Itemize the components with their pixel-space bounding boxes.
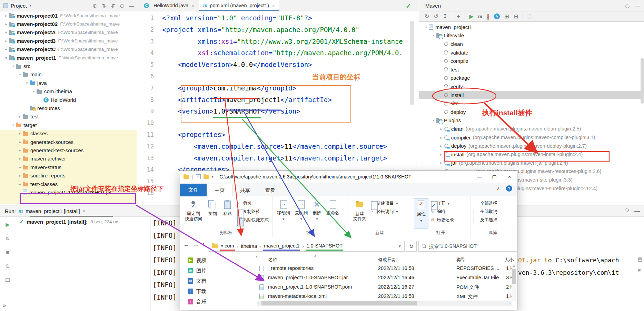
sort-ascending-icon[interactable]: ∧ <box>314 255 316 258</box>
scrollbar-thumb[interactable] <box>512 269 516 284</box>
chevron-down-icon[interactable]: ▾ <box>17 72 23 76</box>
column-header[interactable]: 名称 <box>268 257 277 263</box>
tree-item[interactable]: ▸surefire-reports <box>0 171 137 179</box>
vertical-scrollbar[interactable]: ∧ <box>512 264 516 301</box>
chevron-right-icon[interactable]: ▸ <box>17 157 23 161</box>
ribbon-button[interactable]: 新建项目▼ <box>370 201 399 206</box>
hide-icon[interactable]: — <box>635 3 641 9</box>
tree-item[interactable]: ▸classes <box>0 129 137 137</box>
goal-clean[interactable]: clean <box>419 40 644 48</box>
add-icon[interactable]: + <box>457 13 460 20</box>
chevron-right-icon[interactable]: ▸ <box>17 165 23 169</box>
goal-compile[interactable]: compile <box>419 57 644 65</box>
tree-item[interactable]: CHelloWorld <box>0 96 137 104</box>
tree-item[interactable]: ▾java <box>0 79 137 87</box>
ribbon-button[interactable]: 全部取消 <box>473 209 497 215</box>
locate-icon[interactable]: ⊙ <box>0 263 15 269</box>
plugin-compiler[interactable]: ▸mcompiler(org.apache.maven.plugins:mave… <box>419 133 644 142</box>
menu-tab-查看[interactable]: 查看 <box>258 184 283 196</box>
qat-dropdown-icon[interactable]: ▾ <box>212 175 214 178</box>
goal-install[interactable]: install <box>419 91 644 99</box>
ribbon-button[interactable]: →复制到▼ <box>293 198 310 229</box>
file-row[interactable]: maven_project1-1.0-SNAPSHOT.jar2022/12/1… <box>257 273 516 283</box>
minimize-button[interactable]: — <box>472 171 487 183</box>
chevron-right-icon[interactable]: ▸ <box>438 144 444 148</box>
overflow-chevron-icon[interactable]: » <box>3 302 6 309</box>
goal-test[interactable]: test <box>419 65 644 74</box>
refresh-button[interactable]: ↻ <box>406 241 417 252</box>
generate-sources-icon[interactable]: ↺ <box>434 13 438 20</box>
checkbox-icon[interactable]: ✓ <box>196 174 201 179</box>
collapse-ribbon-icon[interactable]: ∧ <box>497 186 500 191</box>
stop-icon[interactable]: ■ <box>0 249 15 255</box>
help-icon[interactable]: ? <box>506 185 512 192</box>
chevron-down-icon[interactable]: ▾ <box>423 25 429 29</box>
up-icon[interactable]: ↑ <box>202 241 205 248</box>
maven-tree-item[interactable]: ▾Lifecycle <box>419 31 644 40</box>
ribbon-button[interactable]: ◔轻松访问▼ <box>370 209 399 215</box>
column-header[interactable]: 修改日期 <box>378 257 397 263</box>
menu-tab-文件[interactable]: 文件 <box>180 184 207 196</box>
run-console[interactable]: [INFO][INFO][INFO][INFO][INFO][INFO][INF… <box>153 217 177 304</box>
tree-item[interactable]: ▾maven_project1F:\WorkSpace\itheima_mave <box>0 54 137 62</box>
download-sources-icon[interactable]: ↧ <box>443 13 447 20</box>
refresh-icon[interactable]: ↻ <box>0 235 15 242</box>
chevron-down-icon[interactable]: ▾ <box>431 33 436 37</box>
hide-icon[interactable]: — <box>634 208 640 214</box>
tree-item[interactable]: ▸maven-projectAF:\WorkSpace\itheima_mave <box>0 28 137 37</box>
file-row[interactable]: maven_project1-1.0-SNAPSHOT.pom2022/12/1… <box>257 283 516 292</box>
plugin-install[interactable]: ▸minstall(org.apache.maven.plugins:maven… <box>419 150 644 159</box>
settings-wrench-icon[interactable] <box>527 14 532 19</box>
chevron-down-icon[interactable]: ▼ <box>398 244 402 248</box>
horizontal-scrollbar[interactable]: ‹ › <box>257 301 512 306</box>
back-icon[interactable]: ← <box>184 241 189 248</box>
ribbon-button[interactable]: ➚打开▼ <box>430 201 454 206</box>
chevron-down-icon[interactable]: ▾ <box>31 89 37 93</box>
tree-item[interactable]: resources <box>0 104 137 112</box>
ribbon-button[interactable]: ✎编辑 <box>430 209 454 215</box>
sidebar-item[interactable]: ▶视频 <box>180 255 254 265</box>
tree-item[interactable]: ▸generated-test-sources <box>0 146 137 154</box>
tree-item[interactable]: ▸maven-status <box>0 163 137 171</box>
forward-icon[interactable]: → <box>193 241 199 248</box>
tree-item[interactable]: ▸test <box>0 113 137 121</box>
hide-icon[interactable]: — <box>129 3 134 9</box>
chevron-right-icon[interactable]: ▸ <box>3 39 9 43</box>
goal-package[interactable]: package <box>419 74 644 82</box>
editor-scrollbar[interactable] <box>410 21 414 105</box>
editor-tab[interactable]: mpom.xml (maven_project1)× <box>199 0 279 11</box>
chevron-right-icon[interactable]: ▸ <box>17 148 23 152</box>
sidebar-item[interactable] <box>180 307 254 309</box>
search-input[interactable]: 搜索"1.0-SNAPSHOT" <box>418 241 517 252</box>
scrollbar-thumb[interactable] <box>261 301 417 305</box>
ribbon-button[interactable]: →移动到▼ <box>275 198 292 229</box>
sidebar-item[interactable]: ♪音乐 <box>180 297 254 307</box>
column-header[interactable]: 大小 <box>489 257 514 263</box>
column-header[interactable]: 类型 <box>456 257 466 263</box>
chevron-right-icon[interactable]: ▸ <box>438 161 444 165</box>
chevron-right-icon[interactable]: ▸ <box>17 174 23 177</box>
chevron-right-icon[interactable]: ▸ <box>3 14 9 18</box>
ribbon-button[interactable]: 重命名 <box>325 198 341 229</box>
breadcrumb-item[interactable]: 1.0-SNAPSHOT <box>306 242 343 251</box>
tree-item[interactable]: ▸maven-project02F:\WorkSpace\itheima_mav… <box>0 20 137 28</box>
maximize-button[interactable]: ▢ <box>487 171 502 183</box>
run-icon[interactable]: ▶ <box>469 13 474 20</box>
layout-icon[interactable]: ▤ <box>0 277 15 283</box>
collapse-all-icon[interactable]: ⇵ <box>111 3 115 9</box>
chevron-right-icon[interactable]: ▸ <box>17 140 23 144</box>
layout-icon[interactable]: ▤ <box>638 256 643 262</box>
ribbon-button[interactable]: 新建 文件夹 <box>351 198 368 229</box>
ribbon-button[interactable]: ✕删除▼ <box>311 198 323 229</box>
locate-icon[interactable]: ⊕ <box>92 3 97 9</box>
editor-tab[interactable]: CHelloWorld.java× <box>139 0 199 11</box>
ribbon-button[interactable]: 反向选择 <box>473 217 497 223</box>
chevron-right-icon[interactable]: ▸ <box>438 136 444 139</box>
offline-icon[interactable]: ϟ <box>494 13 500 19</box>
plugin-deploy[interactable]: ▸mdeploy(org.apache.maven.plugins:maven-… <box>419 142 644 150</box>
chevron-right-icon[interactable]: ▸ <box>438 127 444 131</box>
ribbon-button[interactable]: 粘贴快捷方式 <box>236 217 269 223</box>
chevron-down-icon[interactable]: ▾ <box>24 81 30 85</box>
scroll-right-icon[interactable]: › <box>509 301 511 305</box>
execute-goal-icon[interactable]: m <box>478 13 482 20</box>
